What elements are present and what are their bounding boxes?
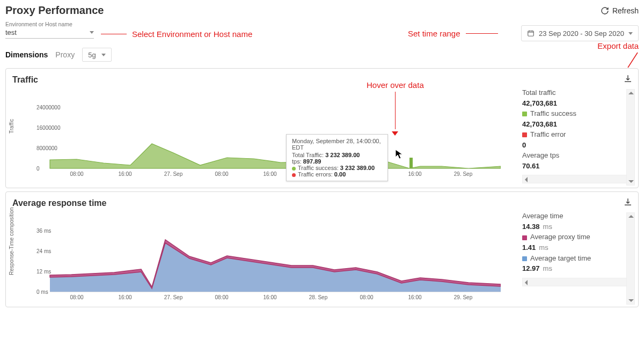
legend-avg-label: Average time	[522, 211, 632, 221]
calendar-icon	[527, 29, 535, 37]
tooltip-errors-value: 0.00	[334, 171, 346, 178]
legend-v-scrollbar[interactable]	[626, 212, 635, 305]
legend-total-value: 42,703,681	[522, 99, 632, 108]
x-tick: 08:00	[215, 171, 228, 177]
tooltip-success-value: 3 232 389.00	[340, 165, 375, 171]
svg-line-1	[628, 53, 638, 68]
square-blue-icon	[522, 256, 527, 261]
x-tick: 08:00	[70, 294, 83, 300]
page-title: Proxy Performance	[5, 4, 104, 17]
x-tick: 16:00	[408, 294, 421, 300]
x-tick: 16:00	[263, 171, 276, 177]
dot-red-icon	[292, 173, 296, 177]
x-tick: 27. Sep	[164, 294, 182, 300]
x-tick: 29. Sep	[454, 171, 472, 177]
chevron-down-icon	[628, 32, 633, 35]
tooltip-success-label: Traffic success:	[298, 165, 339, 171]
refresh-button[interactable]: Refresh	[601, 6, 639, 15]
download-icon	[623, 197, 633, 207]
legend-total-label: Total traffic	[522, 88, 632, 98]
x-tick: 16:00	[118, 171, 131, 177]
x-tick: 27. Sep	[164, 171, 182, 177]
response-time-area-chart	[34, 211, 501, 302]
traffic-panel-title: Traffic	[12, 75, 632, 85]
traffic-y-axis-label: Traffic	[9, 119, 14, 134]
legend-avg-tps-value: 70.61	[522, 161, 632, 171]
legend-error-label: Traffic error	[530, 130, 566, 138]
square-purple-icon	[522, 235, 527, 240]
unit-ms: ms	[539, 243, 548, 252]
legend-h-scrollbar[interactable]	[522, 175, 632, 183]
traffic-area-chart	[34, 88, 501, 179]
environment-select[interactable]: Environment or Host name test	[5, 21, 94, 39]
cursor-icon	[395, 149, 404, 160]
tooltip-total-label: Total Traffic:	[292, 152, 324, 158]
legend-target-label: Average target time	[530, 254, 591, 262]
traffic-panel: Traffic Traffic 0 8000000 16000000 24000…	[5, 68, 639, 188]
refresh-icon	[601, 6, 609, 15]
legend-avg-value: 14.38	[522, 223, 540, 231]
x-tick: 08:00	[360, 294, 373, 300]
annotation-env: Select Environment or Host name	[132, 29, 252, 39]
refresh-label: Refresh	[612, 6, 639, 15]
square-green-icon	[522, 112, 527, 116]
x-tick: 28. Sep	[309, 294, 327, 300]
dot-green-icon	[292, 167, 296, 171]
environment-value: test	[5, 28, 17, 36]
tooltip-total-value: 3 232 389.00	[325, 152, 360, 158]
traffic-tooltip: Monday, September 28, 14:00:00, EDT Tota…	[286, 134, 388, 181]
chevron-down-icon	[90, 31, 94, 34]
dimensions-proxy-value: 5g	[88, 51, 96, 59]
tooltip-tps-label: tps:	[292, 158, 302, 165]
legend-proxy-label: Average proxy time	[530, 233, 590, 241]
dimensions-proxy-label: Proxy	[55, 50, 75, 59]
x-tick: 16:00	[263, 294, 276, 300]
x-tick: 08:00	[70, 171, 83, 177]
date-range-picker[interactable]: 23 Sep 2020 - 30 Sep 2020	[521, 25, 639, 41]
legend-h-scrollbar[interactable]	[522, 278, 632, 286]
dimensions-label: Dimensions	[5, 50, 48, 59]
annotation-export: Export data	[597, 41, 639, 50]
unit-ms: ms	[543, 223, 552, 231]
x-tick: 29. Sep	[454, 294, 472, 300]
date-range-value: 23 Sep 2020 - 30 Sep 2020	[539, 29, 624, 38]
legend-success-label: Traffic success	[530, 109, 576, 117]
legend-target-value: 12.97	[522, 264, 540, 272]
x-tick: 16:00	[408, 171, 421, 177]
response-time-y-axis-label: Response-Time composition	[9, 208, 14, 275]
tooltip-errors-label: Traffic errors:	[298, 171, 333, 178]
unit-ms: ms	[543, 264, 552, 272]
legend-success-value: 42,703,681	[522, 120, 632, 129]
x-tick: 16:00	[118, 294, 131, 300]
response-time-panel: Average response time Response-Time comp…	[5, 191, 639, 307]
response-time-chart[interactable]: Response-Time composition 0 ms 12 ms 24 …	[12, 211, 506, 302]
download-icon	[623, 74, 633, 84]
response-time-panel-title: Average response time	[12, 198, 632, 208]
export-traffic-button[interactable]	[623, 74, 633, 85]
export-response-time-button[interactable]	[623, 197, 633, 209]
traffic-chart[interactable]: Traffic 0 8000000 16000000 24000000 08:0…	[12, 88, 506, 179]
environment-label: Environment or Host name	[5, 21, 94, 27]
tooltip-header: Monday, September 28, 14:00:00, EDT	[292, 138, 382, 151]
square-red-icon	[522, 132, 527, 137]
svg-rect-3	[409, 158, 413, 168]
legend-proxy-value: 1.41	[522, 243, 536, 252]
legend-avg-tps-label: Average tps	[522, 151, 632, 160]
svg-rect-0	[528, 31, 534, 36]
x-tick: 08:00	[215, 294, 228, 300]
traffic-legend: Total traffic 42,703,681 Traffic success…	[506, 88, 632, 183]
tooltip-tps-value: 897.89	[303, 158, 321, 165]
response-time-legend: Average time 14.38ms Average proxy time …	[506, 211, 632, 302]
annotation-time: Set time range	[408, 29, 460, 38]
legend-error-value: 0	[522, 140, 632, 150]
legend-v-scrollbar[interactable]	[626, 89, 635, 186]
chevron-down-icon	[101, 54, 106, 56]
annotation-hover: Hover over data	[367, 80, 424, 90]
dimensions-proxy-select[interactable]: 5g	[82, 48, 111, 62]
